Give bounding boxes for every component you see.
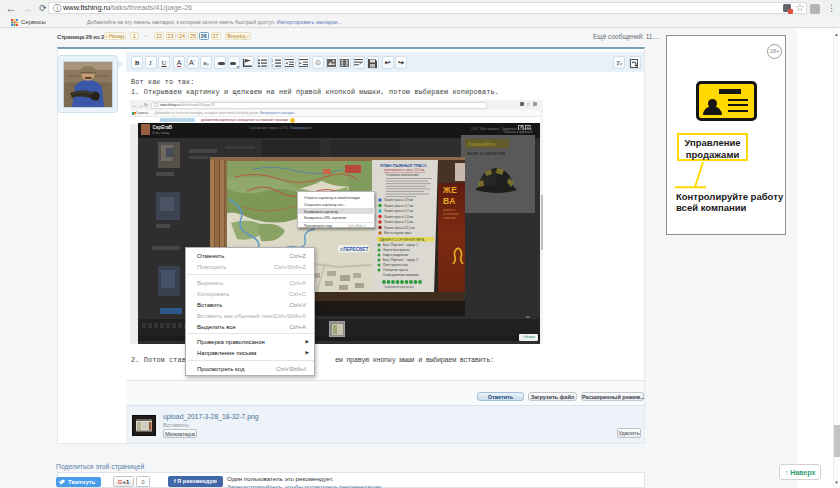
svg-text:Лыжня трасса 5,3 км: Лыжня трасса 5,3 км xyxy=(384,215,413,219)
svg-text:Пункт проката лыж: Пункт проката лыж xyxy=(383,263,408,267)
svg-text:Спортивный парк досуга: Спортивный парк досуга xyxy=(384,285,414,289)
svg-text:Места отдыха трасс: Места отдыха трасс xyxy=(384,231,413,235)
svg-text:Лыжня трасса 0,9 км: Лыжня трасса 0,9 км xyxy=(384,198,413,202)
svg-text:Лыжня база проката: Лыжня база проката xyxy=(383,248,410,252)
svg-text:Условные обозначения:: Условные обозначения: xyxy=(386,173,419,177)
svg-text:База "Пересвет" - корпус 2: База "Пересвет" - корпус 2 xyxy=(383,258,418,262)
svg-text:Лыжня трасса 1,7 км: Лыжня трасса 1,7 км xyxy=(384,204,413,208)
svg-text:Лыжня трасса 7,5 км: Лыжня трасса 7,5 км xyxy=(384,220,413,224)
svg-text:г.ПЕРЕСВЕТ: г.ПЕРЕСВЕТ xyxy=(341,247,369,252)
svg-text:протяженность трасс 12,5 км.: протяженность трасс 12,5 км. xyxy=(384,168,425,172)
svg-text:”: ” xyxy=(359,62,361,67)
svg-text:База "Пересвет" - корпус 1: База "Пересвет" - корпус 1 xyxy=(383,243,418,247)
svg-text:Схема движения лыжников: Схема движения лыжников xyxy=(383,273,419,277)
svg-text:1: 1 xyxy=(272,59,274,63)
svg-text:Кафе и раздевалки: Кафе и раздевалки xyxy=(383,253,409,257)
svg-text:ЗДАНИЯ И СООРУЖЕНИЯ ПАРКА: ЗДАНИЯ И СООРУЖЕНИЯ ПАРКА xyxy=(379,238,425,242)
svg-text:Освещение трассы: Освещение трассы xyxy=(383,268,408,272)
svg-text:Лыжня трасса 3,7 км: Лыжня трасса 3,7 км xyxy=(384,209,413,213)
svg-text:2: 2 xyxy=(272,64,274,67)
svg-text:Лыжня трасса 12,5 км: Лыжня трасса 12,5 км xyxy=(384,226,415,230)
svg-text:ПЛАН ЛЫЖНЫХ ТРАСС: ПЛАН ЛЫЖНЫХ ТРАСС xyxy=(380,163,427,168)
